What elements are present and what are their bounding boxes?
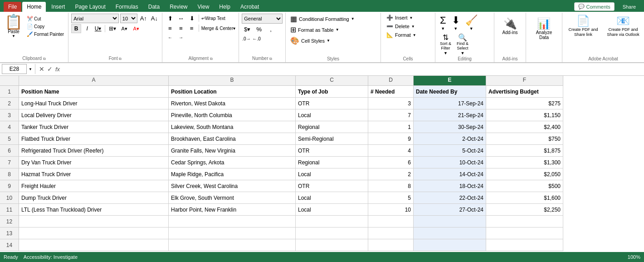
cell-a[interactable]: Freight Hauler	[19, 180, 169, 192]
cell-c[interactable]	[296, 216, 368, 227]
cell-e[interactable]	[414, 216, 486, 227]
cell-d[interactable]: 3	[368, 98, 414, 109]
col-header-c[interactable]: C	[296, 76, 368, 86]
cell-c[interactable]: Local	[296, 168, 368, 180]
cell-b[interactable]: Riverton, West Dakota	[169, 98, 296, 109]
share-button[interactable]: Share	[618, 3, 640, 10]
cell-c[interactable]: OTR	[296, 98, 368, 109]
cell-d[interactable]	[368, 227, 414, 239]
cell-a[interactable]: Flatbed Truck Driver	[19, 133, 169, 145]
cell-c[interactable]: Regional	[296, 157, 368, 168]
tab-page-layout[interactable]: Page Layout	[70, 2, 110, 12]
col-header-e[interactable]: E	[414, 76, 486, 86]
bold-button[interactable]: B	[71, 24, 81, 33]
cell-f[interactable]: $2,400	[486, 121, 563, 133]
conditional-formatting-button[interactable]: ▦ Conditional Formatting ▼	[288, 14, 378, 24]
cell-c[interactable]	[296, 227, 368, 239]
cell-d[interactable]: 4	[368, 145, 414, 157]
cell-d[interactable]	[368, 239, 414, 251]
cell-d[interactable]: 7	[368, 109, 414, 121]
formula-input[interactable]	[63, 64, 642, 74]
insert-button[interactable]: ➕ Insert ▼	[384, 14, 432, 22]
decrease-decimal-button[interactable]: ←.0	[252, 35, 261, 43]
cell-a[interactable]	[19, 227, 169, 239]
increase-indent-button[interactable]: →	[176, 33, 186, 41]
cell-c[interactable]: Local	[296, 192, 368, 204]
increase-font-button[interactable]: A↑	[139, 15, 148, 22]
align-top-button[interactable]: ⬆	[165, 14, 175, 23]
cell-styles-button[interactable]: 🎨 Cell Styles ▼	[288, 35, 378, 46]
confirm-formula-button[interactable]: ✓	[46, 65, 54, 73]
cell-d[interactable]: 9	[368, 133, 414, 145]
cell-e[interactable]: 10-Oct-24	[414, 157, 486, 168]
decrease-indent-button[interactable]: ←	[165, 33, 175, 41]
cell-reference-box[interactable]	[2, 64, 27, 74]
decrease-font-button[interactable]: A↓	[150, 15, 159, 22]
insert-function-button[interactable]: fx	[54, 66, 61, 73]
cell-b[interactable]: Position Location	[169, 86, 296, 98]
sort-filter-button[interactable]: ⇅ Sort &Filter ▼	[438, 33, 453, 56]
col-header-d[interactable]: D	[368, 76, 414, 86]
cell-a[interactable]	[19, 239, 169, 251]
cell-e[interactable]: 18-Oct-24	[414, 180, 486, 192]
tab-acrobat[interactable]: Acrobat	[236, 2, 263, 12]
font-size-select[interactable]: 10	[120, 14, 137, 23]
underline-button[interactable]: U▾	[93, 24, 103, 33]
autosum-button[interactable]: Σ ▼	[438, 14, 448, 32]
font-family-select[interactable]: Arial	[71, 14, 119, 23]
align-right-button[interactable]: ≡	[187, 24, 197, 33]
col-header-b[interactable]: B	[169, 76, 296, 86]
align-left-button[interactable]: ≡	[165, 24, 175, 33]
cell-d[interactable]	[368, 216, 414, 227]
cell-f[interactable]: $750	[486, 133, 563, 145]
cell-a[interactable]: Refrigerated Truck Driver (Reefer)	[19, 145, 169, 157]
cell-d[interactable]: 6	[368, 157, 414, 168]
cell-c[interactable]: OTR	[296, 145, 368, 157]
align-bottom-button[interactable]: ⬇	[187, 14, 197, 23]
cell-b[interactable]	[169, 216, 296, 227]
cell-d[interactable]: 5	[368, 192, 414, 204]
tab-insert[interactable]: Insert	[47, 2, 69, 12]
cell-b[interactable]: Pineville, North Columbia	[169, 109, 296, 121]
cell-d[interactable]: # Needed	[368, 86, 414, 98]
cell-b[interactable]	[169, 227, 296, 239]
cell-f[interactable]: $275	[486, 98, 563, 109]
increase-decimal-button[interactable]: .0→	[242, 35, 251, 43]
cell-a[interactable]: Dump Truck Driver	[19, 192, 169, 204]
cell-b[interactable]: Harbor Point, New Franklin	[169, 204, 296, 216]
find-select-button[interactable]: 🔍 Find &Select ▼	[455, 33, 470, 56]
font-color-button[interactable]: A▾	[131, 24, 141, 33]
cell-f[interactable]: $2,050	[486, 168, 563, 180]
format-as-table-button[interactable]: ⊞ Format as Table ▼	[288, 25, 378, 35]
cell-f[interactable]: $1,150	[486, 109, 563, 121]
col-header-f[interactable]: F	[486, 76, 563, 86]
tab-review[interactable]: Review	[165, 2, 192, 12]
analyze-data-button[interactable]: 📊 AnalyzeData	[534, 15, 554, 42]
percent-button[interactable]: %	[254, 25, 264, 34]
tab-file[interactable]: File	[4, 2, 21, 12]
cell-a[interactable]: Position Name	[19, 86, 169, 98]
cell-f[interactable]: $1,600	[486, 192, 563, 204]
cell-e[interactable]: 27-Oct-24	[414, 204, 486, 216]
cell-b[interactable]: Maple Ridge, Pacifica	[169, 168, 296, 180]
cell-f[interactable]	[486, 216, 563, 227]
cell-b[interactable]: Granite Falls, New Virginia	[169, 145, 296, 157]
cell-b[interactable]: Lakeview, South Montana	[169, 121, 296, 133]
fill-color-button[interactable]: A▾	[119, 24, 130, 33]
cell-c[interactable]: Local	[296, 204, 368, 216]
cell-c[interactable]: Local	[296, 109, 368, 121]
cell-f[interactable]	[486, 239, 563, 251]
cell-e[interactable]: 22-Oct-24	[414, 192, 486, 204]
cell-b[interactable]: Elk Grove, South Vermont	[169, 192, 296, 204]
col-header-a[interactable]: A	[19, 76, 169, 86]
cell-e[interactable]: 5-Oct-24	[414, 145, 486, 157]
cell-a[interactable]: Local Delivery Driver	[19, 109, 169, 121]
cell-e[interactable]: 30-Sep-24	[414, 121, 486, 133]
cell-a[interactable]	[19, 216, 169, 227]
cell-d[interactable]: 1	[368, 121, 414, 133]
cell-d[interactable]: 8	[368, 180, 414, 192]
cell-e[interactable]	[414, 227, 486, 239]
cell-a[interactable]: LTL (Less Than Truckload) Driver	[19, 204, 169, 216]
copy-button[interactable]: 📄Copy	[25, 23, 65, 30]
tab-data[interactable]: Data	[144, 2, 164, 12]
